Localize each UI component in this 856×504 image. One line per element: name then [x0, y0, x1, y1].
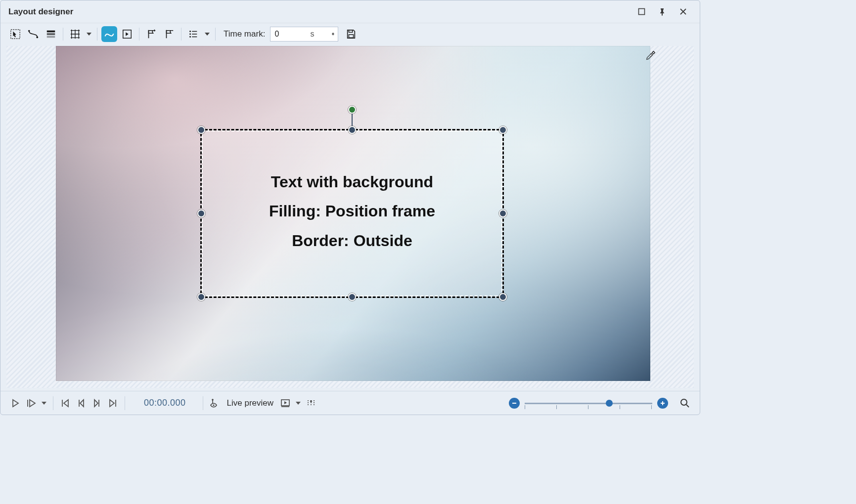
remove-keyframe-button[interactable]: [161, 26, 177, 42]
bottom-toolbar: 00:00.000 Live preview: [0, 391, 700, 415]
svg-rect-12: [349, 35, 354, 38]
layers-button[interactable]: [43, 26, 59, 42]
zoom-control: [509, 395, 692, 411]
preview-dropdown[interactable]: [294, 395, 302, 411]
chevron-down-icon: [296, 402, 301, 405]
svg-point-17: [681, 399, 687, 405]
svg-rect-6: [47, 36, 55, 38]
resize-handle-ml[interactable]: [197, 210, 205, 217]
time-mark-label: Time mark:: [224, 29, 265, 39]
svg-point-16: [310, 400, 312, 402]
text-content[interactable]: Text with background Filling: Position f…: [202, 130, 502, 296]
skip-end-icon: [108, 399, 117, 408]
titlebar: Layout designer: [0, 0, 700, 23]
time-mark-unit: s: [310, 30, 314, 39]
play-icon: [11, 399, 20, 408]
skip-start-icon: [61, 399, 70, 408]
svg-rect-4: [47, 31, 55, 33]
resize-handle-bl[interactable]: [197, 293, 205, 301]
timecode: 00:00.000: [144, 398, 186, 408]
svg-point-9: [189, 34, 191, 35]
plus-icon: [660, 400, 666, 406]
grid-icon: [70, 29, 81, 40]
stage[interactable]: Text with background Filling: Position f…: [56, 46, 650, 381]
resize-handle-tr[interactable]: [499, 126, 507, 134]
resize-handle-tl[interactable]: [197, 126, 205, 134]
text-line-3: Border: Outside: [269, 226, 435, 255]
preview-window-icon: [280, 399, 290, 408]
save-button[interactable]: [343, 26, 359, 42]
pin-button[interactable]: [653, 3, 671, 21]
chevron-down-icon: [87, 33, 91, 36]
zoom-slider[interactable]: [525, 398, 652, 408]
chevron-down-icon: [42, 402, 46, 405]
zoom-in-button[interactable]: [657, 398, 668, 409]
motion-path-icon: [104, 29, 115, 40]
layers-icon: [45, 29, 56, 40]
resize-handle-mr[interactable]: [499, 210, 507, 217]
svg-point-2: [28, 30, 30, 32]
eyedropper-button[interactable]: [645, 50, 656, 61]
resize-handle-bc[interactable]: [348, 293, 356, 301]
goto-start-button[interactable]: [58, 395, 72, 411]
time-mark-input[interactable]: [274, 30, 310, 39]
maximize-button[interactable]: [632, 3, 650, 21]
canvas-area[interactable]: Text with background Filling: Position f…: [6, 46, 694, 388]
motion-path-button[interactable]: [101, 26, 117, 42]
play-from-button[interactable]: [24, 395, 38, 411]
svg-rect-11: [349, 30, 353, 33]
time-mark-field[interactable]: s ▲ ▼: [270, 27, 338, 42]
eye-marker-icon: [210, 398, 221, 408]
curve-down-icon: [28, 29, 39, 40]
flag-minus-icon: [164, 29, 175, 40]
settings-strip-button[interactable]: [304, 395, 318, 411]
window-title: Layout designer: [8, 7, 73, 17]
next-icon: [92, 399, 101, 408]
time-mark-step-down[interactable]: ▼: [330, 34, 336, 35]
save-icon: [346, 29, 357, 40]
select-tool-button[interactable]: [7, 26, 23, 42]
grid-dropdown[interactable]: [85, 26, 93, 42]
svg-point-14: [213, 404, 214, 406]
zoom-fit-button[interactable]: [678, 395, 692, 411]
top-toolbar: Time mark: s ▲ ▼: [0, 23, 700, 45]
list-button[interactable]: [185, 26, 201, 42]
selected-text-frame[interactable]: Text with background Filling: Position f…: [200, 129, 504, 298]
svg-point-8: [189, 31, 191, 32]
svg-rect-5: [47, 33, 55, 35]
eyedropper-icon: [645, 50, 656, 61]
next-frame-button[interactable]: [90, 395, 104, 411]
minus-icon: [511, 400, 517, 406]
zoom-out-button[interactable]: [509, 398, 520, 409]
close-button[interactable]: [674, 3, 692, 21]
svg-point-3: [36, 37, 38, 39]
preview-window-button[interactable]: [278, 395, 292, 411]
list-dropdown[interactable]: [203, 26, 211, 42]
svg-point-10: [189, 36, 191, 38]
resize-handle-tc[interactable]: [348, 126, 356, 134]
resize-handle-br[interactable]: [499, 293, 507, 301]
play-dropdown[interactable]: [40, 395, 48, 411]
text-line-1: Text with background: [269, 168, 435, 197]
add-keyframe-button[interactable]: [143, 26, 159, 42]
play-from-icon: [26, 399, 36, 408]
maximize-icon: [638, 8, 645, 15]
prev-frame-button[interactable]: [74, 395, 88, 411]
pin-icon: [658, 8, 666, 16]
zoom-thumb[interactable]: [606, 400, 613, 407]
path-tool-button[interactable]: [25, 26, 41, 42]
chevron-down-icon: [205, 33, 210, 36]
goto-end-button[interactable]: [106, 395, 120, 411]
flag-plus-icon: [146, 29, 157, 40]
rotation-handle[interactable]: [348, 106, 356, 114]
play-button[interactable]: [8, 395, 22, 411]
prev-icon: [77, 399, 86, 408]
live-preview-toggle[interactable]: [208, 395, 222, 411]
cursor-icon: [10, 29, 21, 40]
camera-frame-button[interactable]: [119, 26, 135, 42]
grid-button[interactable]: [67, 26, 83, 42]
list-icon: [188, 29, 199, 40]
svg-rect-0: [638, 9, 644, 15]
magnifier-icon: [680, 398, 690, 408]
svg-point-13: [212, 399, 214, 401]
